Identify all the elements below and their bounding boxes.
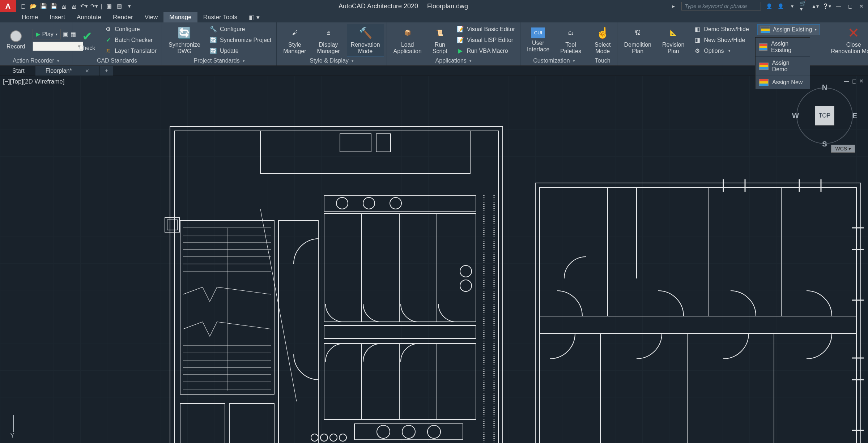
run-script-label: Run Script (433, 42, 447, 55)
run-script-button[interactable]: 📜 Run Script (429, 24, 451, 56)
visual-basic-editor-button[interactable]: 📝Visual Basic Editor (455, 25, 517, 34)
ribbon: Record ▶ Play ▾ ▣ ▦ ▾ Action Recorder (0, 22, 868, 66)
batch-checker-button[interactable]: ✔Batch Checker (102, 36, 159, 44)
assign-new-item[interactable]: Assign New (756, 76, 810, 89)
new-tab-button[interactable]: + (100, 66, 113, 76)
panel-title-project-standards[interactable]: Project Standards (162, 56, 276, 65)
sign-in-icon[interactable]: 👤 (765, 3, 773, 10)
open-icon[interactable]: 📂 (30, 3, 37, 10)
tab-annotate[interactable]: Annotate (71, 12, 107, 22)
tab-raster-tools[interactable]: Raster Tools (197, 12, 243, 22)
tab-view[interactable]: View (139, 12, 164, 22)
assign-existing-item[interactable]: Assign Existing (756, 38, 810, 57)
new-show-hide-button[interactable]: ◨New Show/Hide (692, 36, 751, 44)
qat-icon-b[interactable]: ▤ (116, 3, 123, 10)
app-menu-button[interactable]: A (0, 0, 16, 12)
svg-rect-32 (324, 325, 476, 338)
user-person-icon[interactable]: 👤 (777, 3, 784, 10)
tool-palettes-button[interactable]: 🗂 Tool Palettes (557, 24, 585, 56)
close-renovation-button[interactable]: ✕ Close Renovation Mode (824, 24, 868, 56)
user-interface-button[interactable]: CUI User Interface (523, 24, 553, 56)
tab-insert[interactable]: Insert (44, 12, 71, 22)
tab-render[interactable]: Render (107, 12, 139, 22)
record-button[interactable]: Record (3, 24, 29, 56)
search-placeholder: Type a keyword or phrase (685, 3, 747, 9)
vle-icon: 📝 (457, 37, 464, 44)
visual-lisp-editor-button[interactable]: 📝Visual LISP Editor (455, 36, 517, 44)
vba-label: Run VBA Macro (467, 48, 508, 54)
configure-project-button[interactable]: 🔧Configure (208, 25, 273, 34)
search-indicator-icon: ▸ (670, 3, 677, 10)
assign-demo-item[interactable]: Assign Demo (756, 57, 810, 76)
panel-style-display: 🖌 Style Manager 🖥 Display Manager 🔨 Reno… (277, 22, 387, 65)
sync-dwg-button[interactable]: 🔄 Synchronize DWG (165, 24, 204, 56)
new-icon[interactable]: ▢ (20, 3, 27, 10)
panel-title-style-display[interactable]: Style & Display (277, 56, 386, 65)
style-manager-button[interactable]: 🖌 Style Manager (280, 24, 310, 56)
save-icon[interactable]: 💾 (40, 3, 47, 10)
demolition-plan-button[interactable]: 🏗 Demolition Plan (620, 24, 655, 56)
check-button[interactable]: ✔ Check (75, 24, 99, 56)
help-icon[interactable]: ❔▾ (823, 3, 830, 10)
sync-project-button[interactable]: 🔄Synchronize Project (208, 36, 273, 44)
svg-rect-20 (167, 220, 177, 230)
assign-existing-item-label: Assign Existing (771, 41, 806, 54)
panel-title-action-recorder[interactable]: Action Recorder (0, 56, 72, 65)
demolition-plan-icon: 🏗 (630, 26, 645, 40)
tab-home[interactable]: Home (16, 12, 44, 22)
floorplan-tab[interactable]: Floorplan* ✕ (35, 66, 99, 76)
plot-preview-icon[interactable]: 🖨 (70, 3, 77, 10)
plot-icon[interactable]: 🖨 (60, 3, 67, 10)
load-application-button[interactable]: 📦 Load Application (390, 24, 425, 56)
close-tab-icon[interactable]: ✕ (85, 68, 89, 74)
panel-title-customization[interactable]: Customization (520, 56, 588, 65)
viewcube-west[interactable]: W (792, 112, 799, 120)
start-tab[interactable]: Start (2, 66, 35, 76)
viewcube[interactable]: TOP N S E W (792, 83, 857, 148)
configure-standards-label: Configure (115, 26, 140, 33)
redo-icon[interactable]: ↷▾ (90, 3, 98, 10)
qat-dropdown-icon[interactable]: ▾ (126, 3, 133, 10)
viewcube-east[interactable]: E (852, 112, 857, 120)
options-gear-icon: ⚙ (694, 47, 701, 55)
restore-button[interactable]: ▢ (846, 3, 854, 10)
viewcube-ring[interactable] (796, 88, 853, 144)
play-button[interactable]: ▶ Play ▾ (33, 29, 61, 39)
viewcube-north[interactable]: N (822, 83, 827, 91)
display-manager-button[interactable]: 🖥 Display Manager (313, 24, 343, 56)
demo-show-hide-button[interactable]: ◧Demo Show/Hide (692, 25, 751, 34)
start-tab-label: Start (12, 68, 25, 74)
svg-rect-52 (535, 183, 861, 443)
select-mode-button[interactable]: ☝ Select Mode (591, 24, 614, 56)
revision-plan-button[interactable]: 📐 Revision Plan (659, 24, 688, 56)
style-manager-label: Style Manager (283, 42, 306, 55)
configure-standards-button[interactable]: ⚙Configure (102, 25, 159, 34)
renovation-options-button[interactable]: ⚙Options (692, 47, 751, 55)
wcs-dropdown[interactable]: WCS ▾ (831, 145, 855, 153)
assign-existing-split-button[interactable]: Assign Existing ▾ (757, 24, 820, 35)
panel-title-applications[interactable]: Applications (387, 56, 520, 65)
viewcube-south[interactable]: S (822, 140, 827, 148)
vbe-icon: 📝 (457, 26, 464, 33)
sync-dwg-icon: 🔄 (177, 26, 192, 40)
tab-manage[interactable]: Manage (163, 12, 197, 22)
update-label: Update (220, 48, 239, 54)
run-vba-macro-button[interactable]: ▶Run VBA Macro (455, 47, 517, 55)
undo-icon[interactable]: ↶▾ (80, 3, 88, 10)
qat-icon-a[interactable]: ▣ (106, 3, 113, 10)
search-input[interactable]: Type a keyword or phrase (681, 2, 761, 10)
title-sep: ▾ (788, 3, 796, 10)
tab-featured-apps-icon[interactable]: ◧ ▾ (243, 12, 265, 22)
exchange-icon[interactable]: 🛒▾ (800, 3, 807, 10)
new-show-label: New Show/Hide (704, 37, 745, 43)
renovation-mode-button[interactable]: 🔨 Renovation Mode (347, 24, 384, 56)
action-pref1-icon[interactable]: ▣ (63, 31, 68, 38)
close-window-button[interactable]: ✕ (858, 3, 865, 10)
layer-translator-button[interactable]: ≋Layer Translator (102, 47, 159, 55)
update-button[interactable]: 🔄Update (208, 47, 273, 55)
saveas-icon[interactable]: 💾 (50, 3, 57, 10)
drawing-viewport[interactable]: [−][Top][2D Wireframe] — ▢ ✕ (0, 76, 868, 443)
minimize-button[interactable]: — (835, 3, 842, 10)
app-share-icon[interactable]: ▲▾ (812, 3, 819, 10)
load-application-icon: 📦 (400, 26, 415, 40)
